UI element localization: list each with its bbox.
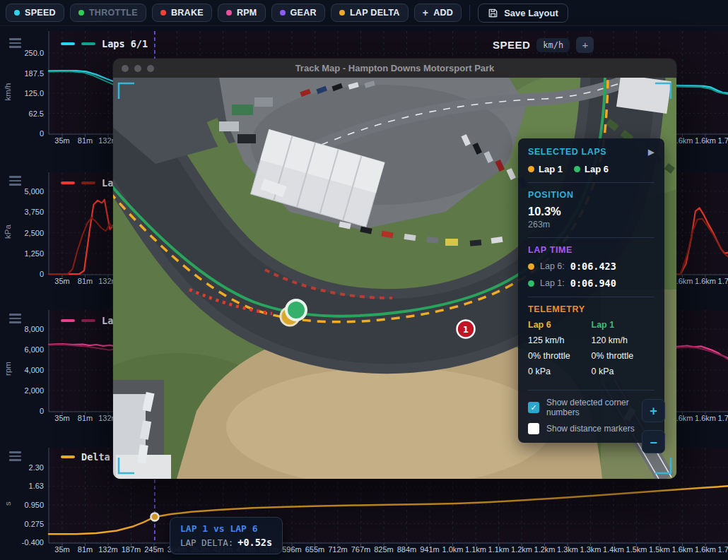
toolbar-button-rpm[interactable]: RPM xyxy=(218,4,266,22)
telemetry-value: 120 km/h xyxy=(592,335,655,345)
lap-time-label: Lap 1: xyxy=(540,278,565,288)
legend-line-sample xyxy=(81,181,95,184)
delta-legend[interactable]: Delta xyxy=(61,451,110,463)
lap-color-dot xyxy=(528,166,534,172)
selected-laps-title: SELECTED LAPS xyxy=(528,147,606,157)
channel-label: BRAKE xyxy=(171,8,204,18)
lap-time-label: Lap 6: xyxy=(540,261,565,271)
svg-text:2,000: 2,000 xyxy=(24,386,44,395)
telemetry-value: 0% throttle xyxy=(592,351,655,361)
toolbar-button-throttle[interactable]: THROTTLE xyxy=(70,4,146,22)
selected-laps-row: Lap 1Lap 6 xyxy=(528,164,654,174)
speed-axis-unit: km/h xyxy=(4,67,12,117)
toolbar-button-speed[interactable]: SPEED xyxy=(6,4,64,22)
telemetry-value: 0 kPa xyxy=(592,367,655,376)
channel-color-dot xyxy=(226,10,232,16)
svg-text:825m: 825m xyxy=(374,545,394,554)
selected-lap-chip[interactable]: Lap 6 xyxy=(574,164,609,174)
position-distance: 263m xyxy=(528,220,654,230)
top-toolbar: SPEEDTHROTTLEBRAKERPMGEARLAP DELTA + ADD… xyxy=(0,0,728,26)
svg-text:245m: 245m xyxy=(144,545,164,554)
toolbar-button-brake[interactable]: BRAKE xyxy=(152,4,212,22)
map-zoom-out-button[interactable]: − xyxy=(642,430,665,453)
svg-text:132m: 132m xyxy=(98,545,118,554)
svg-text:0.950: 0.950 xyxy=(24,501,44,509)
channel-label: LAP DELTA xyxy=(350,8,400,18)
svg-text:1.1km: 1.1km xyxy=(465,545,486,554)
svg-text:1.2km: 1.2km xyxy=(511,545,532,554)
lap-color-dot xyxy=(528,263,534,270)
window-controls[interactable] xyxy=(122,65,154,72)
legend-line-sample xyxy=(81,42,95,45)
svg-text:125.0: 125.0 xyxy=(24,89,44,97)
toolbar-divider xyxy=(469,5,470,20)
speed-legend-label: Laps 6/1 xyxy=(102,38,148,49)
svg-text:1.5km: 1.5km xyxy=(626,545,647,554)
svg-text:712m: 712m xyxy=(328,545,348,554)
play-icon[interactable]: ▶ xyxy=(648,148,654,157)
svg-text:1.6km: 1.6km xyxy=(695,277,716,285)
speed-add-button[interactable]: + xyxy=(576,37,594,53)
svg-text:1.0km: 1.0km xyxy=(442,545,464,554)
svg-text:1.2km: 1.2km xyxy=(534,545,556,554)
telemetry-column: Lap 1120 km/h0% throttle0 kPa xyxy=(592,320,655,382)
divider xyxy=(528,182,654,183)
channel-color-dot xyxy=(160,10,166,16)
channel-buttons: SPEEDTHROTTLEBRAKERPMGEARLAP DELTA xyxy=(6,4,409,22)
divider xyxy=(528,390,654,391)
option-label: Show distance markers xyxy=(546,424,635,434)
toolbar-button-lap-delta[interactable]: LAP DELTA xyxy=(331,4,409,22)
position-percent: 10.3% xyxy=(528,205,654,218)
selected-lap-chip[interactable]: Lap 1 xyxy=(528,164,563,174)
lap-time-rows: Lap 6:0:06.423Lap 1:0:06.940 xyxy=(528,261,654,289)
delta-cursor-marker xyxy=(151,513,158,520)
svg-text:1.7km: 1.7km xyxy=(718,277,728,285)
speed-legend[interactable]: Laps 6/1 xyxy=(61,38,148,49)
window-titlebar[interactable]: Track Map - Hampton Downs Motorsport Par… xyxy=(113,59,676,78)
svg-text:2.30: 2.30 xyxy=(29,463,44,472)
divider xyxy=(528,237,654,238)
map-zoom-in-button[interactable]: + xyxy=(642,399,665,422)
svg-text:941m: 941m xyxy=(420,545,440,554)
svg-text:1: 1 xyxy=(463,324,469,335)
track-map[interactable]: 1 SELECTED LAPS ▶ Lap 1Lap 6 POSITION 10… xyxy=(113,78,676,479)
speed-chart-header: SPEED km/h + xyxy=(493,37,594,53)
telemetry-lap-header: Lap 6 xyxy=(528,320,592,330)
svg-text:1.6km: 1.6km xyxy=(672,545,693,554)
svg-text:35m: 35m xyxy=(54,277,69,285)
svg-text:35m: 35m xyxy=(54,136,69,145)
add-label: ADD xyxy=(433,8,453,18)
svg-text:1.6km: 1.6km xyxy=(695,414,716,422)
toolbar-button-gear[interactable]: GEAR xyxy=(271,4,325,22)
svg-text:6,000: 6,000 xyxy=(24,345,44,354)
plus-icon: + xyxy=(423,9,428,16)
telemetry-column: Lap 6125 km/h0% throttle0 kPa xyxy=(528,320,592,382)
channel-label: THROTTLE xyxy=(89,8,138,18)
telemetry-columns: Lap 6125 km/h0% throttle0 kPaLap 1120 km… xyxy=(528,320,654,382)
svg-text:767m: 767m xyxy=(351,545,371,554)
brake-chart-drag-handle[interactable] xyxy=(9,176,21,188)
svg-text:1.7km: 1.7km xyxy=(718,136,728,145)
tooltip-title: LAP 1 vs LAP 6 xyxy=(180,523,272,534)
save-layout-button[interactable]: Save Layout xyxy=(478,4,568,23)
svg-text:-0.400: -0.400 xyxy=(22,538,44,547)
svg-text:4,000: 4,000 xyxy=(24,366,44,374)
speed-chart-drag-handle[interactable] xyxy=(9,38,21,50)
svg-text:1.5km: 1.5km xyxy=(649,545,670,554)
tooltip-label: LAP DELTA: xyxy=(180,537,233,548)
rpm-axis-unit: rpm xyxy=(4,344,12,393)
add-channel-button[interactable]: + ADD xyxy=(414,4,462,22)
window-dot xyxy=(134,65,141,72)
lap-color-dot xyxy=(528,280,534,287)
checkbox-unchecked[interactable] xyxy=(528,423,539,434)
tooltip-value: +0.52s xyxy=(237,537,272,548)
checkbox-checked[interactable]: ✓ xyxy=(528,402,539,413)
lap-label: Lap 1 xyxy=(539,164,563,174)
track-map-window[interactable]: Track Map - Hampton Downs Motorsport Par… xyxy=(113,59,676,479)
svg-text:1.7km: 1.7km xyxy=(718,414,728,422)
svg-text:81m: 81m xyxy=(78,414,93,422)
delta-chart-drag-handle[interactable] xyxy=(9,451,21,463)
telemetry-value: 0% throttle xyxy=(528,351,592,361)
rpm-chart-drag-handle[interactable] xyxy=(9,314,21,326)
lap-time-row: Lap 1:0:06.940 xyxy=(528,278,654,289)
